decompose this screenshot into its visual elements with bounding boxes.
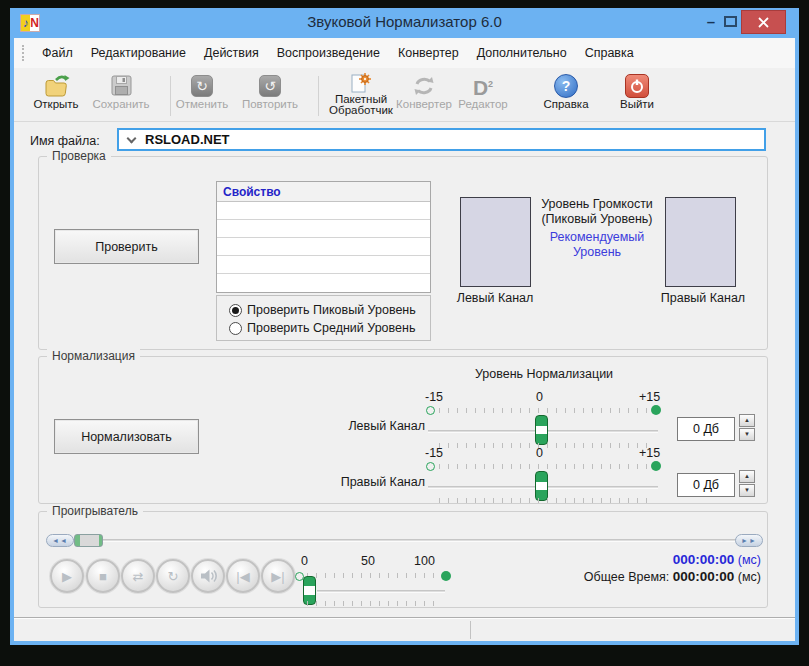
normalize-group-title: Нормализация (47, 349, 140, 363)
recommended-level-link[interactable]: Рекомендуемый (527, 230, 667, 245)
scale-min: -15 (425, 390, 443, 404)
right-channel-meter (665, 197, 736, 287)
volume-tick-0: 0 (301, 554, 308, 568)
table-header-property: Свойство (217, 182, 430, 202)
toolbar: Открыть Сохранить ↻ Отменить (14, 68, 795, 122)
window-title: Звуковой Нормализатор 6.0 (10, 13, 799, 30)
speaker-icon (199, 567, 218, 585)
left-channel-label: Левый Канал (445, 291, 545, 305)
normalization-level-title: Уровень Нормализации (429, 367, 659, 381)
radio-icon-selected[interactable] (229, 304, 242, 317)
app-window: ♪ N Звуковой Нормализатор 6.0 – Файл Ред… (10, 8, 799, 645)
repeat-icon: ↻ (168, 569, 179, 584)
open-button[interactable]: Открыть (25, 72, 87, 120)
left-spin-up-button[interactable]: ▲ (739, 414, 755, 427)
slider-ticks (307, 573, 441, 578)
filename-label: Имя файла: (30, 134, 100, 148)
slider-ticks (439, 464, 647, 469)
minimize-button[interactable]: – (700, 12, 722, 34)
mute-button[interactable] (191, 559, 225, 593)
close-button[interactable] (741, 10, 786, 34)
previous-icon: |◀ (236, 569, 249, 584)
check-group-title: Проверка (47, 149, 111, 163)
radio-average-level[interactable]: Проверить Средний Уровень (229, 319, 430, 337)
slider-ticks (307, 601, 441, 606)
range-end-marker (651, 461, 661, 471)
seek-back-button[interactable]: ◄◄ (46, 534, 74, 547)
maximize-button[interactable] (724, 16, 737, 27)
right-channel-slider-thumb[interactable] (535, 471, 548, 501)
seek-thumb[interactable] (74, 534, 103, 547)
right-db-value[interactable]: 0 Дб (677, 473, 735, 497)
save-floppy-icon (110, 72, 133, 99)
power-icon (625, 74, 649, 98)
left-spin-down-button[interactable]: ▼ (739, 428, 755, 441)
table-row[interactable] (217, 220, 430, 238)
next-button[interactable]: ▶| (261, 559, 295, 593)
play-icon: ▶ (62, 569, 72, 584)
slider-ticks (439, 498, 647, 503)
undo-button[interactable]: ↻ Отменить (166, 72, 238, 120)
window-content: Файл Редактирование Действия Воспроизвед… (14, 38, 795, 641)
open-folder-icon (43, 72, 70, 99)
normalize-button[interactable]: Нормализовать (54, 419, 199, 454)
menu-playback[interactable]: Воспроизведение (268, 42, 389, 64)
dropdown-chevron-icon[interactable] (127, 133, 137, 143)
redo-button[interactable]: ↺ Повторить (234, 72, 306, 120)
range-start-marker (426, 462, 435, 471)
menu-converter[interactable]: Конвертер (389, 42, 468, 64)
redo-icon: ↺ (259, 75, 281, 97)
slider-ticks (439, 408, 647, 413)
radio-peak-level[interactable]: Проверить Пиковый Уровень (229, 301, 430, 319)
range-end-marker (651, 405, 661, 415)
title-bar[interactable]: ♪ N Звуковой Нормализатор 6.0 – (10, 8, 799, 38)
close-icon (758, 17, 769, 28)
editor-button[interactable]: D2 Редактор (447, 72, 519, 120)
menu-actions[interactable]: Действия (195, 42, 268, 64)
check-button[interactable]: Проверить (54, 229, 199, 264)
filename-combobox[interactable]: RSLOAD.NET (117, 128, 766, 151)
seek-track[interactable] (73, 539, 739, 542)
table-row[interactable] (217, 256, 430, 274)
stop-button[interactable]: ■ (86, 559, 120, 593)
editor-icon: D2 (473, 74, 493, 98)
play-button[interactable]: ▶ (50, 559, 84, 593)
total-time: Общее Время: 000:00:00 (мс) (584, 569, 761, 584)
right-spin-up-button[interactable]: ▲ (739, 470, 755, 483)
left-channel-meter (460, 197, 531, 287)
repeat-button[interactable]: ↻ (156, 559, 190, 593)
save-button[interactable]: Сохранить (84, 72, 158, 120)
exit-button[interactable]: Выйти (601, 72, 673, 120)
property-table[interactable]: Свойство (216, 181, 431, 293)
right-spin-down-button[interactable]: ▼ (739, 484, 755, 497)
volume-tick-50: 50 (361, 554, 375, 568)
menu-additional[interactable]: Дополнительно (468, 42, 576, 64)
range-end-marker (441, 571, 451, 581)
previous-button[interactable]: |◀ (226, 559, 260, 593)
radio-icon-unselected[interactable] (229, 322, 242, 335)
help-question-icon: ? (554, 74, 578, 98)
table-row[interactable] (217, 202, 430, 220)
left-db-value[interactable]: 0 Дб (677, 417, 735, 441)
recommended-level-link[interactable]: Уровень (527, 245, 667, 260)
shuffle-button[interactable]: ⇄ (121, 559, 155, 593)
left-channel-slider-label: Левый Канал (299, 419, 425, 433)
left-channel-slider-thumb[interactable] (535, 415, 548, 445)
slider-ticks (439, 443, 647, 448)
menu-file[interactable]: Файл (33, 42, 82, 64)
current-time: 000:00:00 (мс) (673, 552, 761, 567)
volume-level-info: Уровень Громкости (Пиковый Уровень) Реко… (527, 197, 667, 260)
volume-slider-track[interactable] (317, 590, 445, 593)
menu-edit[interactable]: Редактирование (82, 42, 195, 64)
range-start-marker (426, 406, 435, 415)
right-channel-label: Правый Канал (653, 291, 753, 305)
menu-help[interactable]: Справка (576, 42, 643, 64)
player-group: Проигрыватель ◄◄ ►► ▶ ■ ⇄ ↻ |◀ ▶| 0 5 (38, 511, 768, 608)
menu-bar: Файл Редактирование Действия Воспроизвед… (14, 38, 795, 68)
table-row[interactable] (217, 274, 430, 292)
volume-tick-100: 100 (414, 554, 435, 568)
help-button[interactable]: ? Справка (530, 72, 602, 120)
table-row[interactable] (217, 238, 430, 256)
seek-forward-button[interactable]: ►► (735, 534, 763, 547)
normalize-group: Нормализация Нормализовать Уровень Норма… (38, 356, 768, 504)
